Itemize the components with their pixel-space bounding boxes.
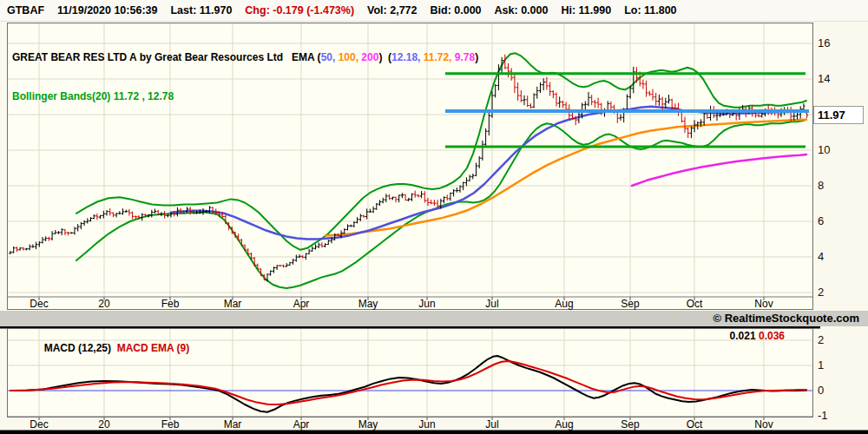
watermark-band: © RealtimeStockquote.com [0, 311, 868, 326]
change-value: Chg: -0.179 (-1.473%) [245, 4, 354, 16]
watermark-text: © RealtimeStockquote.com [713, 312, 859, 325]
svg-text:May: May [358, 418, 378, 431]
svg-text:-1: -1 [818, 409, 828, 422]
svg-text:Aug: Aug [555, 298, 573, 310]
ema200-value: 9.78 [455, 51, 475, 63]
bottom-border-strip [0, 431, 868, 434]
svg-text:6: 6 [818, 214, 824, 227]
volume-value: Vol: 2,772 [367, 4, 417, 16]
svg-text:4: 4 [818, 250, 824, 263]
bid-value: Bid: 0.000 [431, 4, 482, 16]
svg-text:Jul: Jul [485, 418, 498, 431]
svg-text:Oct: Oct [687, 298, 703, 310]
macd-value: 0.021 [730, 330, 759, 342]
ema50-period: 50, [321, 51, 339, 63]
svg-text:Jun: Jun [418, 418, 435, 431]
macd-legend: MACD (12,25) MACD EMA (9) 0.021 0.036 [0, 330, 868, 342]
ema100-value: 11.72, [424, 51, 455, 63]
last-price-value: Last: 11.970 [170, 4, 232, 16]
svg-text:Mar: Mar [224, 298, 242, 310]
svg-text:Aug: Aug [555, 418, 573, 431]
svg-text:0: 0 [818, 384, 824, 397]
low-value: Lo: 11.800 [624, 4, 676, 16]
svg-text:2: 2 [818, 286, 824, 299]
ema200-period: 200 [361, 51, 378, 63]
chart-legend-line1: GREAT BEAR RES LTD A by Great Bear Resou… [12, 51, 478, 64]
svg-text:Sep: Sep [621, 418, 640, 431]
svg-text:Oct: Oct [687, 418, 703, 431]
macd-title: MACD (12,25) [44, 342, 117, 354]
svg-text:Nov: Nov [754, 298, 773, 310]
svg-text:14: 14 [818, 72, 830, 85]
svg-text:Mar: Mar [224, 418, 242, 431]
last-price-tag: 11.97 [813, 106, 864, 124]
stock-quote-page: { "header": { "symbol": "GTBAF", "dateti… [0, 0, 868, 434]
svg-text:Apr: Apr [293, 298, 310, 310]
symbol-label: GTBAF [7, 4, 44, 16]
high-value: Hi: 11.990 [561, 4, 611, 16]
macd-ema-title: MACD EMA (9) [117, 342, 190, 354]
ema50-value: 12.18, [391, 51, 424, 63]
quote-datetime: 11/19/2020 10:56:39 [57, 4, 157, 16]
svg-text:20: 20 [98, 418, 110, 431]
chart-legend: GREAT BEAR RES LTD A by Great Bear Resou… [12, 25, 478, 116]
ask-value: Ask: 0.000 [495, 4, 549, 16]
chart-title: GREAT BEAR RES LTD A by Great Bear Resou… [12, 51, 292, 63]
macd-month-labels: Dec20FebMarAprMayJunJulAugSepOctNov [30, 418, 773, 431]
ema-values-close-paren: ) [475, 51, 478, 63]
svg-text:10: 10 [818, 143, 830, 156]
quote-header-bar: GTBAF 11/19/2020 10:56:39 Last: 11.970 C… [0, 0, 868, 22]
svg-text:Feb: Feb [161, 298, 180, 310]
ema100-period: 100, [339, 51, 362, 63]
ema-values-paren: ( [382, 51, 391, 63]
macd-value-labels: 210-1 [818, 333, 828, 422]
svg-text:Dec: Dec [30, 418, 48, 431]
main-price-labels: 1614108642 [818, 36, 830, 299]
bollinger-legend: Bollinger Bands(20) 11.72 , 12.78 [12, 90, 478, 103]
macd-ema-value: 0.036 [759, 330, 785, 342]
svg-text:1: 1 [818, 358, 824, 372]
svg-text:16: 16 [818, 36, 830, 49]
svg-text:20: 20 [98, 298, 110, 310]
svg-text:Nov: Nov [754, 418, 773, 431]
macd-values: 0.021 0.036 [730, 330, 785, 342]
svg-text:May: May [358, 298, 378, 310]
svg-text:Dec: Dec [30, 298, 48, 310]
svg-text:Apr: Apr [293, 418, 310, 431]
svg-text:Sep: Sep [621, 298, 640, 310]
ema-legend: EMA (50, 100, 200) (12.18, 11.72, 9.78) [292, 51, 478, 63]
svg-text:Jul: Jul [485, 298, 498, 310]
svg-text:Feb: Feb [161, 418, 180, 431]
ema-label: EMA ( [292, 51, 321, 63]
svg-text:8: 8 [818, 179, 824, 192]
svg-text:Jun: Jun [418, 298, 435, 310]
